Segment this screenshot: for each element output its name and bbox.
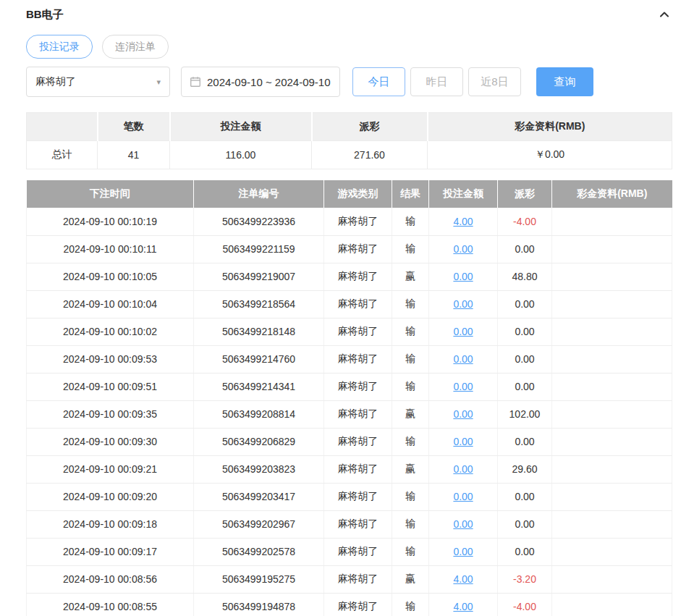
payout-cell: -4.00	[498, 593, 552, 616]
bet-amount-link[interactable]: 0.00	[453, 463, 473, 475]
summary-header-bonus: 彩金资料(RMB)	[428, 113, 672, 141]
bonus-cell	[552, 455, 672, 483]
bet-time-cell: 2024-09-10 00:08:56	[27, 565, 194, 593]
last-8-days-button[interactable]: 近8日	[468, 67, 521, 96]
payout-cell: 0.00	[498, 373, 552, 400]
bet-amount-link[interactable]: 0.00	[453, 326, 473, 337]
bet-amount-link[interactable]: 0.00	[453, 243, 473, 255]
bet-time-cell: 2024-09-10 00:10:04	[27, 290, 194, 318]
bet-amount-cell: 0.00	[429, 263, 498, 290]
bet-amount-cell: 0.00	[429, 455, 498, 483]
bonus-cell	[552, 373, 672, 400]
collapse-chevron-icon[interactable]	[656, 7, 672, 22]
table-row: 2024-09-10 00:10:115063499221159麻将胡了输0.0…	[27, 235, 672, 263]
summary-total-bet-amount: 116.00	[170, 141, 312, 169]
header-order-id: 注单编号	[194, 180, 324, 208]
table-row: 2024-09-10 00:10:195063499223936麻将胡了输4.0…	[27, 208, 672, 235]
order-id-cell: 5063499214341	[194, 373, 324, 400]
bet-time-cell: 2024-09-10 00:09:53	[27, 345, 194, 373]
bet-time-cell: 2024-09-10 00:10:19	[27, 208, 194, 235]
order-id-cell: 5063499208814	[194, 400, 324, 428]
bet-time-cell: 2024-09-10 00:09:30	[27, 428, 194, 455]
payout-cell: 0.00	[498, 428, 552, 455]
bet-time-cell: 2024-09-10 00:10:02	[27, 318, 194, 345]
bonus-cell	[552, 318, 672, 345]
result-cell: 赢	[392, 565, 429, 593]
order-id-cell: 5063499203823	[194, 455, 324, 483]
yesterday-button[interactable]: 昨日	[410, 67, 463, 96]
bonus-cell	[552, 263, 672, 290]
result-cell: 输	[392, 235, 429, 263]
order-id-cell: 5063499214760	[194, 345, 324, 373]
bet-amount-link[interactable]: 0.00	[453, 491, 473, 502]
payout-cell: 0.00	[498, 235, 552, 263]
bet-amount-link[interactable]: 0.00	[453, 518, 473, 530]
payout-cell: 0.00	[498, 483, 552, 510]
result-cell: 赢	[392, 400, 429, 428]
bet-time-cell: 2024-09-10 00:09:51	[27, 373, 194, 400]
bet-amount-link[interactable]: 0.00	[453, 408, 473, 420]
table-row: 2024-09-10 00:09:185063499202967麻将胡了输0.0…	[27, 510, 672, 538]
game-type-cell: 麻将胡了	[324, 290, 392, 318]
payout-cell: 102.00	[498, 400, 552, 428]
bet-amount-link[interactable]: 4.00	[453, 216, 473, 227]
bet-time-cell: 2024-09-10 00:10:05	[27, 263, 194, 290]
summary-header-row: 笔数 投注金额 派彩 彩金资料(RMB)	[27, 113, 672, 141]
bet-amount-cell: 0.00	[429, 400, 498, 428]
bet-amount-cell: 0.00	[429, 538, 498, 565]
tab-cancelled-orders[interactable]: 连消注单	[102, 35, 169, 59]
bet-amount-link[interactable]: 0.00	[453, 271, 473, 282]
summary-total-count: 41	[98, 141, 170, 169]
bet-amount-cell: 0.00	[429, 290, 498, 318]
order-id-cell: 5063499221159	[194, 235, 324, 263]
table-row: 2024-09-10 00:10:055063499219007麻将胡了赢0.0…	[27, 263, 672, 290]
bet-time-cell: 2024-09-10 00:10:11	[27, 235, 194, 263]
bonus-cell	[552, 290, 672, 318]
header-bonus: 彩金资料(RMB)	[552, 180, 672, 208]
table-row: 2024-09-10 00:09:515063499214341麻将胡了输0.0…	[27, 373, 672, 400]
order-id-cell: 5063499206829	[194, 428, 324, 455]
header-bet-time: 下注时间	[27, 180, 194, 208]
result-cell: 赢	[392, 455, 429, 483]
payout-cell: 0.00	[498, 318, 552, 345]
summary-header-payout: 派彩	[312, 113, 428, 141]
bet-amount-link[interactable]: 4.00	[453, 601, 473, 612]
today-button[interactable]: 今日	[352, 67, 405, 96]
order-id-cell: 5063499219007	[194, 263, 324, 290]
bet-amount-cell: 0.00	[429, 318, 498, 345]
bet-amount-link[interactable]: 0.00	[453, 436, 473, 447]
game-select-value: 麻将胡了	[35, 75, 76, 88]
bet-amount-cell: 0.00	[429, 428, 498, 455]
game-select[interactable]: 麻将胡了 ▾	[26, 67, 170, 97]
bet-amount-link[interactable]: 0.00	[453, 546, 473, 557]
payout-cell: 48.80	[498, 263, 552, 290]
bet-amount-link[interactable]: 4.00	[453, 573, 473, 585]
table-row: 2024-09-10 00:09:205063499203417麻将胡了输0.0…	[27, 483, 672, 510]
summary-total-bonus: ￥0.00	[428, 141, 672, 169]
search-button[interactable]: 查询	[536, 67, 593, 96]
order-id-cell: 5063499202578	[194, 538, 324, 565]
date-range-picker[interactable]: 2024-09-10 ~ 2024-09-10	[181, 67, 340, 97]
summary-total-label: 总计	[27, 141, 98, 169]
game-type-cell: 麻将胡了	[324, 373, 392, 400]
table-row: 2024-09-10 00:10:025063499218148麻将胡了输0.0…	[27, 318, 672, 345]
header-result: 结果	[392, 180, 429, 208]
bet-amount-link[interactable]: 0.00	[453, 298, 473, 310]
summary-total-payout: 271.60	[312, 141, 428, 169]
order-id-cell: 5063499194878	[194, 593, 324, 616]
bet-amount-link[interactable]: 0.00	[453, 381, 473, 392]
game-type-cell: 麻将胡了	[324, 345, 392, 373]
summary-header-count: 笔数	[98, 113, 170, 141]
bet-amount-cell: 4.00	[429, 593, 498, 616]
bet-amount-cell: 0.00	[429, 345, 498, 373]
game-type-cell: 麻将胡了	[324, 263, 392, 290]
order-id-cell: 5063499203417	[194, 483, 324, 510]
game-type-cell: 麻将胡了	[324, 235, 392, 263]
tab-bet-records[interactable]: 投注记录	[26, 35, 93, 59]
result-cell: 输	[392, 510, 429, 538]
bonus-cell	[552, 235, 672, 263]
summary-header-bet-amount: 投注金额	[170, 113, 312, 141]
game-type-cell: 麻将胡了	[324, 455, 392, 483]
chevron-down-icon: ▾	[156, 77, 161, 87]
bet-amount-link[interactable]: 0.00	[453, 353, 473, 365]
